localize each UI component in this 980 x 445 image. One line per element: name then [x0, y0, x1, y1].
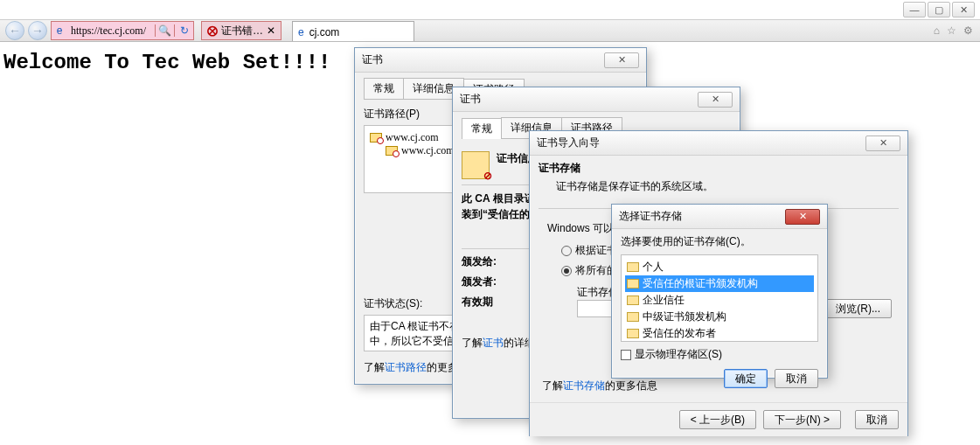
close-icon[interactable]: ✕: [865, 136, 900, 151]
tab-general[interactable]: 常规: [462, 118, 502, 139]
forward-button[interactable]: →: [28, 21, 47, 40]
store-item-intermediate[interactable]: 中级证书颁发机构: [625, 309, 814, 325]
valid-label: 有效期: [462, 295, 493, 309]
close-icon[interactable]: ✕: [604, 52, 639, 68]
browse-button[interactable]: 浏览(R)...: [824, 299, 892, 318]
tab-close-icon[interactable]: ✕: [267, 24, 275, 37]
store-item-enterprise[interactable]: 企业信任: [625, 292, 814, 309]
search-icon[interactable]: 🔍: [155, 24, 174, 37]
error-icon: ⨂: [207, 24, 218, 37]
toolbar-right-icons: ⌂ ☆ ⚙: [934, 24, 973, 37]
tab-strip: e cj.com: [292, 21, 414, 41]
home-icon[interactable]: ⌂: [934, 24, 940, 37]
address-bar[interactable]: e https://tec.cj.com/ 🔍 ↻: [51, 21, 194, 40]
ie-icon: e: [298, 26, 304, 38]
gear-icon[interactable]: ⚙: [963, 24, 973, 37]
favorites-icon[interactable]: ☆: [947, 24, 956, 37]
wizard-button-row: < 上一步(B) 下一步(N) > 取消: [530, 402, 907, 436]
dialog-title: 选择证书存储: [619, 209, 785, 224]
cert-store-link[interactable]: 证书存储: [563, 379, 605, 392]
dialog-title: 证书: [362, 52, 604, 67]
refresh-icon[interactable]: ↻: [174, 24, 193, 37]
wizard-heading: 证书存储: [539, 161, 899, 176]
store-item-trusted-root[interactable]: 受信任的根证书颁发机构: [625, 275, 814, 292]
minimize-button[interactable]: —: [903, 2, 926, 17]
browser-toolbar: ← → e https://tec.cj.com/ 🔍 ↻ ⨂ 证书错… ✕ e…: [0, 19, 980, 42]
close-icon[interactable]: ✕: [785, 209, 820, 225]
maximize-button[interactable]: ▢: [928, 2, 950, 17]
close-button[interactable]: ✕: [952, 2, 975, 17]
url-text[interactable]: https://tec.cj.com/: [67, 24, 155, 38]
issued-to-label: 颁发给:: [462, 254, 497, 269]
cert-icon: [370, 133, 382, 143]
tab-page[interactable]: e cj.com: [292, 21, 414, 41]
folder-icon: [627, 279, 639, 289]
show-physical-checkbox[interactable]: [621, 350, 631, 360]
store-item-trusted-pub[interactable]: 受信任的发布者: [625, 325, 814, 342]
select-cert-store-dialog: 选择证书存储 ✕ 选择要使用的证书存储(C)。 个人 受信任的根证书颁发机构 企…: [611, 204, 828, 379]
certificate-error-indicator[interactable]: ⨂ 证书错… ✕: [201, 21, 281, 40]
folder-icon: [627, 329, 639, 338]
radio-auto[interactable]: [561, 246, 572, 256]
certificate-icon: ⊘: [462, 151, 490, 179]
back-button[interactable]: ←: [5, 21, 24, 40]
back-button[interactable]: < 上一步(B): [679, 410, 756, 429]
dialog-titlebar[interactable]: 证书 ✕: [453, 87, 740, 112]
cert-error-label: 证书错…: [221, 24, 263, 38]
dialog-title: 证书导入向导: [537, 136, 865, 150]
dialog-titlebar[interactable]: 证书 ✕: [355, 48, 646, 73]
cancel-button[interactable]: 取消: [775, 369, 818, 388]
folder-icon: [627, 312, 639, 322]
cert-icon: [386, 146, 398, 156]
dialog-titlebar[interactable]: 选择证书存储 ✕: [612, 205, 827, 229]
cancel-button[interactable]: 取消: [855, 410, 899, 429]
cert-path-link[interactable]: 证书路径: [385, 361, 427, 373]
dialog-title: 证书: [460, 92, 698, 107]
cert-link[interactable]: 证书: [483, 337, 504, 349]
ok-button[interactable]: 确定: [724, 369, 768, 388]
page-body: Welcome To Tec Web Set!!!! 证书 ✕ 常规 详细信息 …: [0, 42, 980, 445]
tab-general[interactable]: 常规: [364, 78, 404, 99]
folder-icon: [627, 262, 639, 272]
show-physical-label: 显示物理存储区(S): [635, 347, 722, 362]
tab-label: cj.com: [309, 26, 340, 38]
issued-by-label: 颁发者:: [462, 275, 497, 289]
picker-instruction: 选择要使用的证书存储(C)。: [621, 234, 818, 249]
next-button[interactable]: 下一步(N) >: [763, 410, 841, 429]
wizard-subtext: 证书存储是保存证书的系统区域。: [556, 179, 899, 194]
folder-icon: [627, 296, 639, 305]
cert-store-tree[interactable]: 个人 受信任的根证书颁发机构 企业信任 中级证书颁发机构 受信任的发布者 不信任…: [621, 254, 818, 342]
dialog-titlebar[interactable]: 证书导入向导 ✕: [530, 131, 907, 156]
radio-manual[interactable]: [561, 266, 572, 276]
ie-icon: e: [52, 24, 67, 37]
window-controls: — ▢ ✕: [903, 2, 975, 17]
close-icon[interactable]: ✕: [698, 92, 733, 108]
store-item-personal[interactable]: 个人: [625, 259, 814, 275]
